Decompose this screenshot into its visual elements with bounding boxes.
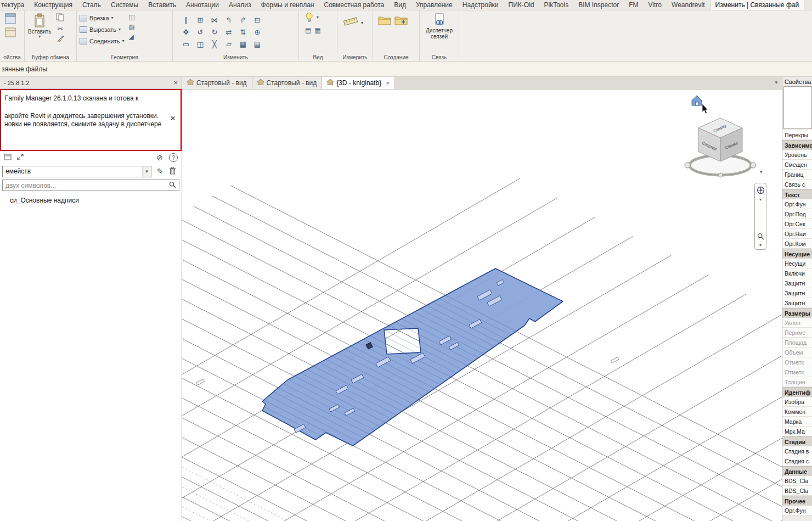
close-icon[interactable]: × [170,114,176,122]
search-input[interactable]: двух символов... [2,180,179,191]
property-row[interactable]: Коммен [782,407,812,417]
compass-knob-east[interactable] [751,163,756,168]
edit-tool-icon[interactable]: ◫ [197,40,204,48]
property-row[interactable]: Включи [782,268,812,278]
view-tab[interactable]: {3D - kniginatb}× [322,77,395,89]
property-row[interactable]: Периме [782,328,812,338]
edit-tool-icon[interactable]: ↻ [212,28,218,36]
ribbon-tab[interactable]: Совместная работа [319,0,389,10]
ribbon-tab[interactable]: Вставить [143,0,181,10]
link-manager-button[interactable]: Диспетчер связей [421,12,457,41]
property-row[interactable]: Несущи [782,259,812,268]
ribbon-tab[interactable]: ПИК-Old [504,0,539,10]
ribbon-tab[interactable]: Системы [106,0,143,10]
steering-wheel-icon[interactable] [757,186,765,196]
view-tab-list-icon[interactable]: ▾ [775,80,777,85]
edit-tool-icon[interactable]: ✥ [183,28,189,36]
compass-knob-west[interactable] [685,163,690,168]
edit-tool-icon[interactable]: ⇄ [226,28,232,36]
edit-tool-icon[interactable]: ▭ [183,40,189,48]
property-row[interactable]: Мрк.Ма [782,427,812,436]
paste-button[interactable]: Вставить ▾ [26,12,53,40]
property-row[interactable]: Связь с [782,180,812,189]
ribbon-tab[interactable]: Конструкция [29,0,77,10]
ribbon-tab[interactable]: BIM Inspector [573,0,624,10]
property-row[interactable]: Защитн [782,288,812,298]
ribbon-tab[interactable]: Вид [389,0,411,10]
property-row[interactable]: Отметк [782,367,812,377]
ribbon-tab[interactable]: PikTools [539,0,574,10]
family-set-dropdown[interactable]: емейств ▾ [2,166,151,177]
edit-tool-icon[interactable]: ▤ [254,40,261,48]
edit-tool-icon[interactable]: ⊞ [198,16,204,24]
properties-palette-icon[interactable] [5,13,16,26]
ruler-icon[interactable] [343,16,358,28]
edit-tool-icon[interactable]: ↰ [226,16,232,24]
property-row[interactable]: Объем [782,348,812,357]
property-row[interactable]: Толщин [782,377,812,387]
edit-tool-icon[interactable]: ⊕ [255,28,261,36]
property-row[interactable]: Защитн [782,278,812,288]
match-type-icon[interactable] [57,35,64,44]
geometry-tool-button[interactable]: Вырезать▾ [78,24,126,35]
ribbon-tab-active[interactable]: Изменить | Связанные фай [710,0,805,10]
property-row[interactable]: Границ [782,170,812,180]
property-row[interactable]: Отметк [782,357,812,367]
type-selector-preview[interactable] [783,86,812,129]
cut-icon[interactable]: ✂ [57,25,63,33]
property-section-header[interactable]: Зависимо [782,140,812,150]
property-row[interactable]: Орг.Фун [782,199,812,209]
edit-tool-icon[interactable]: ↺ [198,28,204,36]
property-row[interactable]: BDS_Cla [782,486,812,496]
view-extra-icon[interactable]: ▦ [314,26,320,34]
ribbon-tab[interactable]: Weandrevit [667,0,709,10]
property-section-header[interactable]: Несущие [782,249,812,259]
property-row[interactable]: Площад [782,338,812,348]
panel-view-icon[interactable] [4,154,12,162]
edit-tool-icon[interactable]: ╳ [212,40,217,48]
copy-icon[interactable] [56,13,64,23]
property-row[interactable]: Орг.Сек [782,219,812,229]
property-section-header[interactable]: Стадии [782,436,812,446]
property-row[interactable]: Стадия в [782,446,812,456]
trash-icon[interactable] [169,167,176,176]
lightbulb-icon[interactable] [305,12,313,24]
property-row[interactable]: Защитн [782,298,812,308]
property-section-header[interactable]: Размеры [782,308,812,318]
property-row[interactable]: Орг.Фун [782,506,812,516]
geometry-tool-button[interactable]: Врезка▾ [78,12,126,24]
property-row[interactable]: Изобра [782,397,812,407]
drawing-canvas[interactable]: Сверху Спереди Справа ▾ ▾ ▾ [182,89,782,521]
property-row[interactable]: Орг.Наи [782,229,812,239]
edit-tool-icon[interactable]: ▱ [226,40,232,48]
edit-icon[interactable]: ✎ [157,167,163,176]
ribbon-tab[interactable]: Управление [411,0,458,10]
property-section-header[interactable]: Идентиф [782,387,812,397]
property-section-header[interactable]: Данные [782,466,812,476]
view-tab[interactable]: Стартовый - вид [182,77,252,89]
chevron-down-icon[interactable]: ▾ [759,198,762,201]
edit-tool-icon[interactable]: ⇅ [240,28,246,36]
ribbon-tab[interactable]: Аннотации [181,0,224,10]
property-row[interactable]: Перекры [782,130,812,140]
chevron-down-icon[interactable]: ▾ [759,243,762,247]
property-row[interactable]: Стадия с [782,456,812,466]
property-row[interactable]: Орг.Ком [782,239,812,249]
ribbon-tab[interactable]: тектура [0,0,29,10]
ribbon-tab[interactable]: Надстройки [458,0,504,10]
floor-slab[interactable] [262,268,563,446]
folder-icon[interactable] [378,15,391,27]
ribbon-tab[interactable]: Сталь [77,0,106,10]
ribbon-tab[interactable]: Vitro [644,0,667,10]
ribbon-tab[interactable]: Анализ [224,0,256,10]
ribbon-tab[interactable]: FM [624,0,643,10]
property-row[interactable]: Марка [782,417,812,427]
close-icon[interactable]: × [386,80,389,86]
property-row[interactable]: Орг.Под [782,209,812,219]
geometry-tool-button[interactable]: Соединить▾ [78,35,126,47]
geometry-extra-icon[interactable]: ◫ [129,13,135,21]
property-row[interactable]: Смещен [782,160,812,170]
help-icon[interactable]: ? [169,153,178,162]
zoom-icon[interactable] [757,233,764,242]
tree-item-titleblocks[interactable]: си_Основные надписи [0,191,182,204]
